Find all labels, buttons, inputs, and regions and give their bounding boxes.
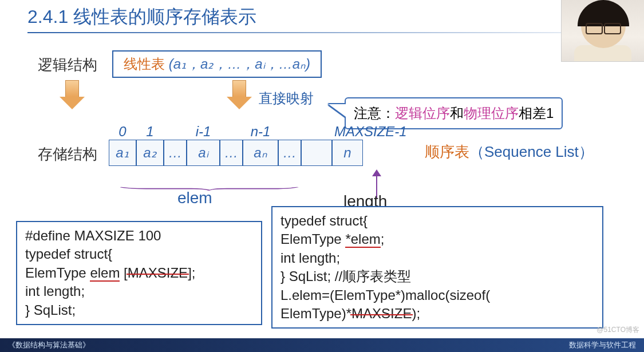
speech-tail-icon	[329, 104, 346, 117]
webcam-thumbnail	[561, 0, 644, 62]
notice-suffix: 相差1	[519, 105, 554, 121]
footer-left: 《数据结构与算法基础》	[8, 338, 90, 352]
notice-mid: 和	[450, 105, 464, 121]
cell-row: a₁ a₂ … aᵢ … aₙ … n	[109, 140, 412, 166]
linear-list-prefix: 线性表	[124, 56, 165, 72]
down-arrow-icon	[227, 80, 252, 110]
sequence-list-label: 顺序表（Sequence List）	[425, 142, 594, 162]
curly-brace-icon: ︸	[114, 179, 321, 202]
index-row: 0 1 i-1 n-1 MAXSIZE-1	[109, 124, 412, 140]
mapping-label: 直接映射	[259, 89, 314, 108]
down-arrow-icon	[60, 80, 85, 110]
watermark: @51CTO博客	[596, 325, 639, 335]
footer-right: 数据科学与软件工程	[569, 338, 636, 352]
linear-list-content: (a₁，a₂，…，aᵢ，…aₙ)	[165, 56, 310, 72]
storage-structure-label: 存储结构	[38, 145, 97, 163]
title-underline	[27, 32, 621, 33]
footer-bar: 《数据结构与算法基础》 数据科学与软件工程	[0, 338, 644, 352]
code-box-dynamic: typedef struct{ ElemType *elem; int leng…	[271, 206, 603, 329]
notice-part1: 逻辑位序	[395, 105, 450, 121]
notice-part2: 物理位序	[464, 105, 519, 121]
logical-structure-label: 逻辑结构	[38, 56, 97, 73]
code-box-static: #define MAXSIZE 100 typedef struct{ Elem…	[16, 221, 262, 325]
elem-brace-label: elem	[177, 189, 212, 207]
linear-list-box: 线性表 (a₁，a₂，…，aᵢ，…aₙ)	[112, 50, 322, 78]
slide-title: 2.4.1 线性表的顺序存储表示	[0, 0, 644, 32]
array-diagram: 0 1 i-1 n-1 MAXSIZE-1 a₁ a₂ … aᵢ … aₙ … …	[109, 124, 412, 166]
notice-prefix: 注意：	[354, 105, 395, 121]
